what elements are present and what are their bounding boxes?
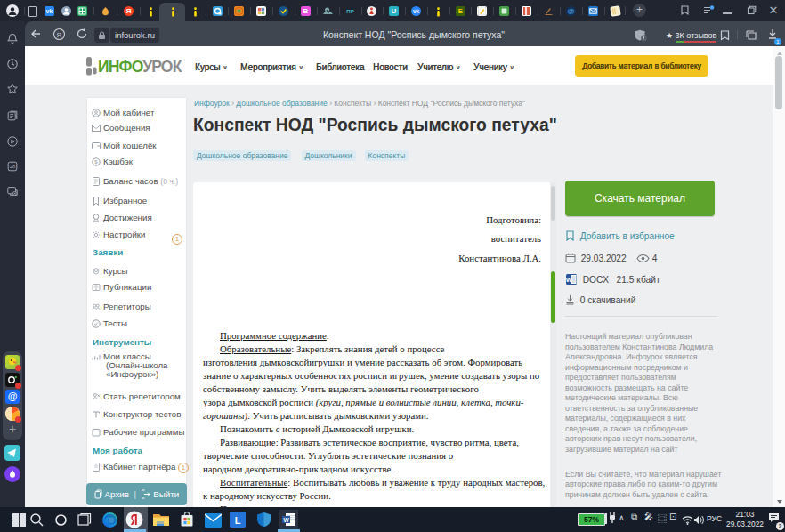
svg-text:W: W — [566, 276, 573, 284]
svg-text:W: W — [283, 517, 289, 523]
svg-text:Я: Я — [57, 31, 62, 39]
svg-text:28: 28 — [10, 164, 15, 169]
svg-text:L: L — [235, 515, 241, 526]
svg-text:$: $ — [94, 159, 98, 165]
